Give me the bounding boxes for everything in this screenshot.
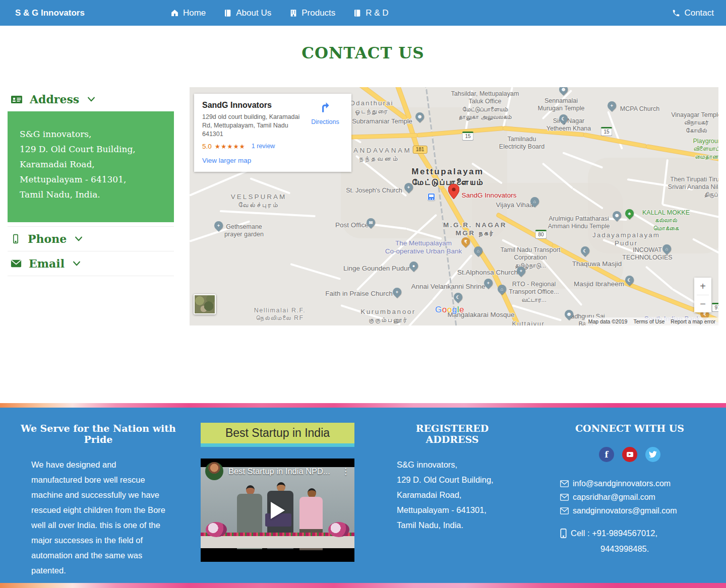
map-road: [583, 133, 646, 148]
accordion-phone-label: Phone: [28, 232, 67, 245]
nav-item-about[interactable]: About Us: [224, 8, 271, 18]
reviews-link[interactable]: 1 review: [252, 143, 275, 150]
book-icon: [353, 9, 361, 17]
map-label: The MettupalayamCo-operative Urban Bank: [385, 239, 462, 256]
map-pin-icon: ⌂: [496, 283, 508, 295]
email-link[interactable]: info@sandginnovators.com: [560, 479, 705, 488]
map-pin-icon: ♣: [623, 207, 635, 219]
map-label: Kuttaivur: [512, 320, 545, 325]
facebook-icon[interactable]: f: [599, 447, 614, 462]
chevron-down-icon: [86, 94, 96, 104]
contact-accordion: Address S&G innovators, 129 D. Old Court…: [8, 87, 174, 325]
play-button[interactable]: [271, 502, 285, 519]
map-label: JadayampalayamPudur: [592, 231, 660, 248]
map-card-address: 129d old court building, Karamadai Rd, M…: [202, 113, 302, 139]
map-label: Vinayagar Templeவிநாயகர்கோயில்: [671, 111, 718, 135]
registered-address-line: 129 D. Old Court Building,: [397, 472, 513, 487]
zoom-in-button[interactable]: +: [694, 278, 711, 295]
directions-label: Directions: [307, 118, 343, 125]
address-line: S&G innovators,: [20, 126, 162, 142]
twitter-icon[interactable]: [645, 447, 660, 462]
map-pin-icon: +: [515, 265, 527, 277]
envelope-icon: [560, 507, 569, 514]
flower-bouquet: [206, 522, 227, 537]
nav-menu: Home About Us Products R & D: [170, 8, 389, 18]
map-label: Tahsildar, MettupalayamTaluk Officeமேட்ட…: [451, 90, 519, 121]
map-pin-icon: ☾: [452, 291, 464, 303]
accordion-address[interactable]: Address: [8, 87, 174, 111]
map-label: Vijaya Vihaar: [496, 201, 535, 209]
cell-number-2: 9443998485.: [600, 544, 705, 554]
nav-label: About Us: [236, 8, 271, 18]
mobile-phone-icon: [560, 529, 567, 538]
google-logo: Google: [435, 305, 464, 315]
map-label: Tamil Nadu TransportCorporationதமிழ்நாடு…: [501, 246, 561, 270]
building-icon: [289, 9, 297, 17]
route-shield: 97: [711, 303, 718, 312]
map-label: MCPA Church: [620, 105, 659, 113]
route-shield: 15: [462, 132, 473, 141]
railway-station-icon: [428, 193, 435, 201]
map-label: Thaquwa Masjid: [572, 260, 622, 268]
map-pin-icon: ☸: [413, 110, 426, 122]
map-pin-icon: ☾: [579, 244, 591, 256]
channel-avatar[interactable]: [205, 462, 223, 480]
map-pin-icon: ☸: [563, 308, 575, 320]
map-attribution: Map data ©2019 Terms of Use Report a map…: [585, 317, 718, 325]
terms-of-use-link[interactable]: Terms of Use: [630, 317, 668, 325]
map-label: Siraj NagarYetheem Khana: [547, 117, 591, 133]
best-startup-banner: Best Startup in India: [201, 423, 354, 443]
nav-label: Contact: [684, 8, 714, 18]
route-shield: 80: [535, 230, 547, 239]
map-marker-sandg[interactable]: [448, 184, 459, 199]
address-line: Mettupalayam - 641301,: [20, 172, 162, 187]
report-map-error-link[interactable]: Report a map error: [668, 317, 718, 325]
map-road: [512, 304, 562, 321]
youtube-video-embed[interactable]: Best Startup in India NPD... ⋮: [201, 459, 354, 562]
nav-item-home[interactable]: Home: [170, 8, 206, 18]
video-title[interactable]: Best Startup in India NPD...: [228, 467, 330, 476]
banner-underline: [201, 443, 354, 447]
youtube-icon[interactable]: [622, 447, 637, 462]
accordion-email[interactable]: Email: [8, 251, 174, 276]
map-pin-icon: +: [402, 181, 414, 193]
route-shield: 15: [600, 127, 612, 136]
gradient-bar-top: [0, 403, 726, 408]
directions-icon: [319, 101, 332, 114]
cell-number: Cell : +91-9894567012,: [571, 529, 657, 538]
nav-item-products[interactable]: Products: [289, 8, 335, 18]
email-link[interactable]: sandginnovators@gmail.com: [560, 506, 705, 515]
registered-address-line: Mettupalayam - 641301,: [397, 502, 513, 517]
accordion-phone[interactable]: Phone: [8, 226, 174, 251]
id-card-icon: [11, 93, 23, 105]
video-menu-icon[interactable]: ⋮: [341, 466, 350, 477]
google-map[interactable]: Tahsildar, MettupalayamTaluk Officeமேட்ட…: [190, 87, 718, 325]
map-label: SennamalaiMurugan Temple: [538, 97, 585, 113]
rating-value: 5.0: [202, 143, 212, 150]
gradient-bar-bottom: [0, 583, 726, 588]
email-link[interactable]: capsridhar@gmail.com: [560, 493, 705, 502]
view-larger-map-link[interactable]: View larger map: [202, 157, 251, 164]
main-content: CONTACT US Address S&G innovators, 129 D…: [0, 26, 726, 403]
brand[interactable]: S & G Innovators: [15, 8, 85, 18]
map-label: KALLAL MOKKEகல்லால்மொக்கை: [642, 209, 690, 232]
nav-item-contact[interactable]: Contact: [672, 8, 714, 18]
directions-button[interactable]: Directions: [307, 101, 343, 125]
zoom-out-button[interactable]: −: [694, 295, 711, 312]
accordion-email-label: Email: [29, 257, 65, 270]
map-label: Kurumbanoorகுரும்பனூர்: [360, 308, 415, 324]
nav-item-rd[interactable]: R & D: [353, 8, 388, 18]
satellite-view-toggle[interactable]: [194, 294, 216, 314]
phone-icon: [672, 9, 680, 17]
registered-address-line: Karamadai Road,: [397, 487, 513, 502]
map-label: Gethsemaneprayer garden: [224, 223, 264, 239]
accordion-address-label: Address: [30, 93, 79, 106]
registered-address-line: Tamil Nadu, India.: [397, 517, 513, 533]
nav-label: R & D: [366, 8, 388, 18]
nav-label: Products: [301, 8, 335, 18]
address-line: 129 D. Old Court Building,: [20, 142, 162, 157]
address-line: Karamadai Road,: [20, 157, 162, 172]
map-label: Mettupalayamமேட்டுப்பாளையம்: [411, 167, 483, 187]
map-pin-icon: +: [212, 219, 224, 231]
map-label: Annai Velankanni Shrine: [411, 283, 485, 291]
